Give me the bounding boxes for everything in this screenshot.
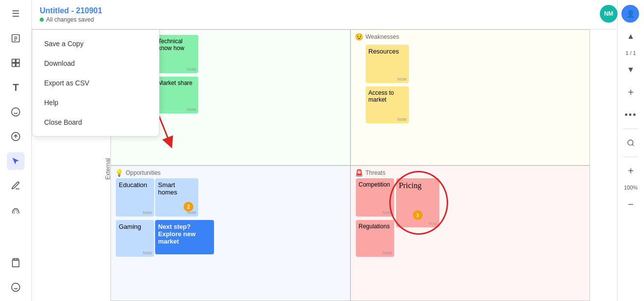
svg-rect-7 bbox=[16, 63, 20, 67]
svg-rect-4 bbox=[12, 59, 16, 63]
dropdown-menu: Save a Copy Download Export as CSV Help … bbox=[32, 29, 160, 137]
page-number: 1 / 1 bbox=[625, 50, 636, 56]
threats-label: 🚨 Threats bbox=[355, 169, 386, 177]
layers-icon[interactable] bbox=[7, 54, 25, 72]
right-panel: NM 👤 ▲ 1 / 1 ▼ + ••• + 100% − bbox=[617, 0, 644, 301]
zoom-in-plus-button[interactable]: + bbox=[622, 162, 640, 180]
clipboard-icon[interactable] bbox=[7, 254, 25, 272]
zoom-in-button[interactable]: + bbox=[622, 83, 640, 101]
svg-rect-5 bbox=[16, 59, 20, 63]
upload-icon[interactable] bbox=[7, 128, 25, 145]
opportunities-cell: 💡 Opportunities Education Note Smart hom… bbox=[110, 165, 350, 301]
svg-point-22 bbox=[628, 140, 633, 145]
market-share-note[interactable]: Market share Note bbox=[155, 77, 198, 113]
search-button[interactable] bbox=[622, 134, 640, 152]
regulations-note[interactable]: Regulations Note bbox=[356, 220, 394, 257]
download-item[interactable]: Download bbox=[32, 54, 159, 73]
export-csv-item[interactable]: Export as CSV bbox=[32, 73, 159, 93]
pricing-note[interactable]: Pricing 3 Note bbox=[396, 178, 439, 227]
text-icon[interactable]: T bbox=[7, 79, 25, 96]
page-title: Untitled - 210901 bbox=[40, 6, 102, 15]
user-avatar-icon: 👤 bbox=[621, 5, 639, 23]
svg-rect-6 bbox=[12, 63, 16, 67]
main-area: Untitled - 210901 All changes saved Save… bbox=[32, 0, 617, 301]
help-item[interactable]: Help bbox=[32, 93, 159, 112]
save-copy-item[interactable]: Save a Copy bbox=[32, 34, 159, 54]
document-icon[interactable] bbox=[7, 29, 25, 47]
svg-point-14 bbox=[12, 283, 20, 292]
smile-icon[interactable] bbox=[7, 278, 25, 296]
close-board-item[interactable]: Close Board bbox=[32, 112, 159, 132]
more-options-button[interactable]: ••• bbox=[622, 106, 640, 124]
left-sidebar: ☰ T bbox=[0, 0, 32, 301]
header-left: Untitled - 210901 All changes saved bbox=[40, 6, 102, 23]
badge-3: 3 bbox=[413, 210, 423, 220]
technical-note[interactable]: Technical know how Note bbox=[155, 35, 198, 73]
user-avatar-nm: NM bbox=[600, 5, 617, 23]
education-note[interactable]: Education Note bbox=[116, 178, 154, 217]
top-right-area: NM 👤 bbox=[600, 5, 639, 23]
zoom-out-button[interactable]: − bbox=[622, 195, 640, 213]
header: Untitled - 210901 All changes saved bbox=[32, 0, 617, 29]
panel-divider bbox=[623, 129, 638, 129]
smart-homes-note[interactable]: Smart homes 2 Note bbox=[155, 178, 198, 217]
cursor-icon[interactable] bbox=[7, 152, 25, 170]
threats-cell: 🚨 Threats Competition Note Pricing 3 Not… bbox=[350, 165, 590, 301]
access-note[interactable]: Access to market Note bbox=[366, 86, 409, 123]
competition-note[interactable]: Competition Note bbox=[356, 178, 394, 217]
reactions-icon[interactable] bbox=[7, 103, 25, 121]
status-dot bbox=[40, 18, 44, 22]
swot-grid: Software 1 Note Technical know how Note … bbox=[110, 29, 590, 301]
weaknesses-cell: 😟 Weaknesses Resources Note Access to ma… bbox=[350, 29, 590, 165]
weaknesses-label: 😟 Weaknesses bbox=[355, 33, 399, 41]
zoom-level: 100% bbox=[624, 185, 638, 191]
panel-divider-2 bbox=[623, 157, 638, 157]
curve-icon[interactable] bbox=[7, 201, 25, 219]
chevron-up-button[interactable]: ▲ bbox=[622, 27, 640, 45]
status-text: All changes saved bbox=[46, 16, 94, 23]
menu-button[interactable]: ☰ bbox=[7, 5, 25, 23]
save-status: All changes saved bbox=[40, 16, 102, 23]
next-step-note[interactable]: Next step? Explore new market bbox=[155, 220, 214, 254]
opportunities-label: 💡 Opportunities bbox=[115, 169, 161, 177]
svg-line-23 bbox=[632, 144, 634, 146]
chevron-down-button[interactable]: ▼ bbox=[622, 61, 640, 79]
svg-point-8 bbox=[12, 108, 20, 116]
gaming-note[interactable]: Gaming Note bbox=[116, 220, 154, 257]
pen-icon[interactable] bbox=[7, 177, 25, 194]
resources-note[interactable]: Resources Note bbox=[366, 45, 409, 83]
